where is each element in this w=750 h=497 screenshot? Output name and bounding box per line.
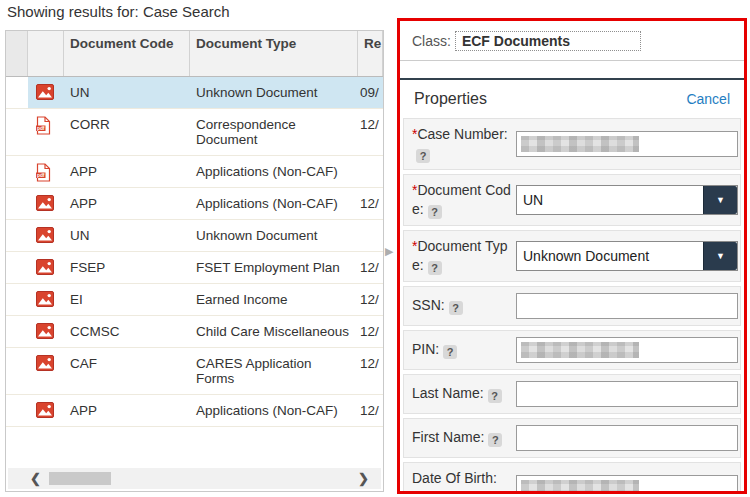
document-type-cell: Child Care Miscellaneous bbox=[190, 316, 358, 347]
table-row[interactable]: UNUnknown Document09/ bbox=[6, 77, 383, 109]
row-select-cell bbox=[6, 316, 28, 332]
class-value[interactable]: ECF Documents bbox=[455, 31, 641, 51]
date-of-birth-input[interactable] bbox=[516, 475, 738, 494]
image-icon bbox=[28, 395, 64, 423]
chevron-down-icon[interactable]: ▼ bbox=[703, 242, 737, 270]
first-name-input[interactable] bbox=[516, 425, 738, 451]
received-date-cell bbox=[358, 220, 383, 236]
class-bar: Class:ECF Documents bbox=[400, 21, 744, 61]
help-icon[interactable]: ? bbox=[416, 149, 430, 163]
row-select-cell bbox=[6, 284, 28, 300]
table-row[interactable]: APPApplications (Non-CAF)12/ bbox=[6, 188, 383, 220]
field-label: SSN:? bbox=[412, 296, 512, 315]
field-row-last-name: Last Name:? bbox=[403, 374, 741, 414]
document-type-cell: Correspondence Document bbox=[190, 109, 358, 155]
select-value: UN bbox=[517, 186, 703, 214]
document-type-cell: Applications (Non-CAF) bbox=[190, 395, 358, 426]
redacted-value bbox=[521, 342, 639, 358]
panel-splitter-arrow-icon[interactable]: ▶ bbox=[385, 245, 393, 258]
help-icon[interactable]: ? bbox=[416, 493, 430, 494]
table-row[interactable]: CCMSCChild Care Miscellaneous12/ bbox=[6, 316, 383, 348]
row-select-cell bbox=[6, 252, 28, 268]
page-title: Showing results for: Case Search bbox=[7, 3, 230, 20]
document-code-cell: APP bbox=[64, 156, 190, 187]
image-icon bbox=[28, 252, 64, 280]
image-icon bbox=[28, 284, 64, 312]
field-row-first-name: First Name:? bbox=[403, 418, 741, 458]
h-scrollbar[interactable]: ❮ ❯ bbox=[8, 468, 381, 489]
table-header: Document Code Document Type Re bbox=[6, 31, 383, 77]
pdf-icon: pdf bbox=[28, 109, 64, 140]
header-received-date[interactable]: Re bbox=[358, 31, 383, 76]
field-label: *Document Type:? bbox=[412, 237, 512, 275]
field-label: First Name:? bbox=[412, 428, 512, 447]
header-select-cell bbox=[6, 31, 28, 76]
header-document-code[interactable]: Document Code bbox=[64, 31, 190, 76]
document-type-cell: FSET Employment Plan bbox=[190, 252, 358, 283]
document-code-cell: UN bbox=[64, 220, 190, 251]
properties-form: *Case Number:?*Document Code:?UN▼*Docume… bbox=[400, 118, 744, 494]
properties-panel: Class:ECF Documents Properties Cancel *C… bbox=[397, 18, 747, 494]
table-row[interactable]: UNUnknown Document bbox=[6, 220, 383, 252]
redacted-value bbox=[521, 480, 639, 494]
select-value: Unknown Document bbox=[517, 242, 703, 270]
help-icon[interactable]: ? bbox=[443, 345, 457, 359]
class-label: Class: bbox=[412, 33, 451, 49]
table-row[interactable]: pdfCORRCorrespondence Document12/ bbox=[6, 109, 383, 156]
cancel-link[interactable]: Cancel bbox=[686, 91, 730, 107]
case-number-input[interactable] bbox=[516, 131, 738, 157]
table-row[interactable]: CAFCARES Application Forms12/ bbox=[6, 348, 383, 395]
field-row-document-code: *Document Code:?UN▼ bbox=[403, 174, 741, 226]
document-type-cell: Earned Income bbox=[190, 284, 358, 315]
field-label: PIN:? bbox=[412, 340, 512, 359]
row-select-cell bbox=[6, 77, 28, 93]
help-icon[interactable]: ? bbox=[449, 301, 463, 315]
pdf-icon: pdf bbox=[28, 156, 64, 187]
received-date-cell: 09/ bbox=[358, 77, 383, 108]
image-icon bbox=[28, 220, 64, 248]
document-type-cell: Unknown Document bbox=[190, 77, 358, 108]
document-type-select[interactable]: Unknown Document▼ bbox=[516, 241, 738, 271]
image-icon bbox=[28, 348, 64, 376]
image-icon bbox=[28, 188, 64, 216]
header-document-type[interactable]: Document Type bbox=[190, 31, 358, 76]
row-select-cell bbox=[6, 220, 28, 236]
table-row[interactable]: pdfAPPApplications (Non-CAF) bbox=[6, 156, 383, 188]
table-row[interactable]: EIEarned Income12/ bbox=[6, 284, 383, 316]
field-row-ssn: SSN:? bbox=[403, 286, 741, 326]
document-code-cell: FSEP bbox=[64, 252, 190, 283]
field-row-case-number: *Case Number:? bbox=[403, 118, 741, 170]
document-code-cell: UN bbox=[64, 77, 190, 108]
document-code-cell: APP bbox=[64, 395, 190, 426]
table-row[interactable]: FSEPFSET Employment Plan12/ bbox=[6, 252, 383, 284]
chevron-down-icon[interactable]: ▼ bbox=[703, 186, 737, 214]
pin-input[interactable] bbox=[516, 337, 738, 363]
received-date-cell: 12/ bbox=[358, 109, 383, 140]
document-type-cell: Unknown Document bbox=[190, 220, 358, 251]
help-icon[interactable]: ? bbox=[428, 205, 442, 219]
help-icon[interactable]: ? bbox=[488, 433, 502, 447]
document-code-cell: CAF bbox=[64, 348, 190, 379]
table-row[interactable]: APPApplications (Non-CAF)12/ bbox=[6, 395, 383, 427]
scroll-right-icon[interactable]: ❯ bbox=[358, 468, 369, 489]
document-type-cell: Applications (Non-CAF) bbox=[190, 156, 358, 187]
scroll-left-icon[interactable]: ❮ bbox=[30, 468, 41, 489]
image-icon bbox=[28, 77, 64, 105]
document-code-select[interactable]: UN▼ bbox=[516, 185, 738, 215]
field-label: Last Name:? bbox=[412, 384, 512, 403]
last-name-input[interactable] bbox=[516, 381, 738, 407]
help-icon[interactable]: ? bbox=[428, 261, 442, 275]
svg-text:pdf: pdf bbox=[37, 173, 45, 178]
help-icon[interactable]: ? bbox=[488, 389, 502, 403]
ssn-input[interactable] bbox=[516, 293, 738, 319]
svg-text:pdf: pdf bbox=[37, 126, 45, 131]
received-date-cell: 12/ bbox=[358, 316, 383, 347]
row-select-cell bbox=[6, 156, 28, 172]
document-type-cell: CARES Application Forms bbox=[190, 348, 358, 394]
received-date-cell: 12/ bbox=[358, 284, 383, 315]
document-code-cell: CCMSC bbox=[64, 316, 190, 347]
document-code-cell: EI bbox=[64, 284, 190, 315]
field-row-pin: PIN:? bbox=[403, 330, 741, 370]
received-date-cell: 12/ bbox=[358, 348, 383, 379]
scroll-thumb[interactable] bbox=[49, 472, 111, 485]
